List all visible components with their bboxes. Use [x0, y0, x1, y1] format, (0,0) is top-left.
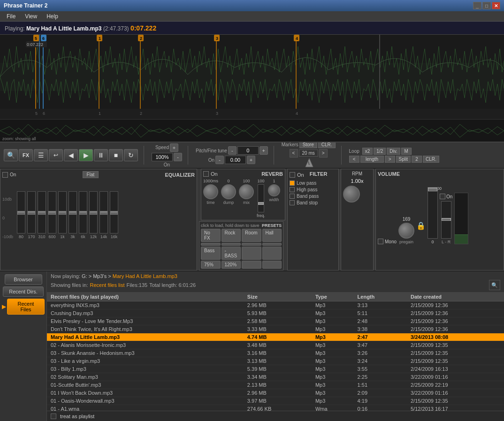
preset-empty7[interactable] [242, 261, 261, 269]
menu-view[interactable]: View [20, 12, 42, 21]
filelist-table-container[interactable]: Recent files (by last played) Size Type … [47, 293, 504, 411]
filter-bandpass-cb[interactable] [290, 194, 295, 199]
filter-highpass[interactable]: High pass [290, 187, 336, 192]
speed-on[interactable]: On [164, 162, 170, 167]
lr-slider[interactable] [441, 201, 451, 239]
loop-x2[interactable]: x2 [362, 148, 373, 155]
preset-hall[interactable]: Hall [262, 229, 282, 242]
eq-slider-600[interactable] [48, 191, 56, 233]
loop-div[interactable]: Div. [387, 148, 400, 155]
col-size[interactable]: Size [244, 293, 312, 301]
menu-file[interactable]: File [2, 12, 20, 21]
reverb-dump-knob[interactable] [221, 184, 236, 199]
pregain-knob[interactable] [398, 223, 414, 239]
pause-button[interactable]: ⏸ [94, 149, 108, 161]
loop-split[interactable]: Split [396, 156, 411, 163]
search-button[interactable]: 🔍 [4, 149, 18, 161]
eq-on-toggle[interactable]: On [2, 172, 16, 178]
table-row[interactable]: 01 I Won't Back Down.mp32.96 MBMp32:093/… [47, 389, 504, 397]
eq-slider-6k[interactable] [79, 191, 87, 233]
reverb-mix-knob[interactable] [239, 184, 254, 199]
col-name[interactable]: Recent files (by last played) [47, 293, 244, 301]
col-length[interactable]: Length [354, 293, 407, 301]
eq-slider-170[interactable] [27, 191, 36, 233]
browser-button[interactable]: Browser [5, 274, 42, 285]
filter-bandstop-cb[interactable] [290, 200, 295, 205]
table-row[interactable]: Mary Had A Little Lamb.mp34.74 MBMp32:47… [47, 333, 504, 341]
eq-slider-1k[interactable] [58, 191, 67, 233]
table-row[interactable]: 02 - Alanis Morissette-Ironic.mp33.48 MB… [47, 341, 504, 349]
eq-slider-16k[interactable] [110, 191, 118, 233]
recent-dirs-button[interactable]: Recent Dirs. [3, 286, 44, 297]
eq-checkbox[interactable] [2, 172, 8, 178]
loop-right[interactable]: > [385, 156, 395, 163]
table-row[interactable]: 01-Scuttle Buttin'.mp32.13 MBMp31:512/25… [47, 381, 504, 389]
eq-slider-80[interactable] [17, 191, 25, 233]
table-row[interactable]: 03 - Skunk Anansie - Hedonism.mp33.16 MB… [47, 349, 504, 357]
pitch-plus[interactable]: - [228, 146, 237, 155]
preset-120[interactable]: 120% [221, 261, 241, 269]
table-row[interactable]: Don't Think Twice, It's All Right.mp33.3… [47, 325, 504, 333]
preset-nofx[interactable]: No FX [201, 229, 221, 242]
volume-slider[interactable] [428, 187, 438, 239]
filter-bandpass[interactable]: Band pass [290, 194, 336, 199]
repeat-button[interactable]: ↻ [124, 149, 138, 161]
loop-half[interactable]: 1/2 [374, 148, 386, 155]
waveform-main[interactable]: // This won't execute in SVG context, bu… [0, 35, 504, 119]
preset-empty6[interactable] [262, 247, 282, 260]
col-date[interactable]: Date created [407, 293, 504, 301]
eq-slider-3k[interactable] [69, 191, 77, 233]
marker-next[interactable]: > [319, 149, 328, 158]
filter-bandstop[interactable]: Band stop [290, 200, 336, 205]
preset-empty8[interactable] [262, 261, 282, 269]
prev-button[interactable]: ◀ [64, 149, 78, 161]
reverb-time-knob[interactable] [203, 184, 218, 199]
col-type[interactable]: Type [312, 293, 354, 301]
preset-75[interactable]: 75% [201, 261, 221, 269]
table-row[interactable]: 02 Solitary Man.mp33.34 MBMp32:253/22/20… [47, 373, 504, 381]
loop-m[interactable]: M [401, 148, 412, 155]
waveform-container[interactable]: // This won't execute in SVG context, bu… [0, 35, 504, 143]
on-checkbox[interactable] [440, 194, 445, 199]
table-row[interactable]: 01 - Oasis-Wonderwall.mp33.97 MBMp34:192… [47, 397, 504, 405]
preset-basscut[interactable]: -BASS [221, 247, 241, 260]
loop-length[interactable]: length [360, 156, 384, 163]
eq-flat-button[interactable]: Flat [83, 171, 99, 178]
table-row[interactable]: 03 - Billy 1.mp35.39 MBMp33:552/24/2009 … [47, 365, 504, 373]
loop-left[interactable]: < [349, 156, 359, 163]
loop-clr[interactable]: CLR. [423, 156, 439, 163]
pitch-value[interactable]: 0 [237, 146, 259, 155]
speed-plus[interactable]: + [170, 143, 178, 152]
table-row[interactable]: Elvis Presley - Love Me Tender.Mp32.58 M… [47, 317, 504, 325]
preset-empty4[interactable] [262, 243, 282, 246]
finetune-minus[interactable]: - [215, 156, 224, 164]
play-button[interactable]: ▶ [79, 149, 93, 161]
reverb-freq-slider[interactable] [258, 184, 264, 212]
finetune-value[interactable]: 0.00 [225, 156, 246, 164]
rpm-knob[interactable] [343, 186, 371, 203]
preset-room[interactable]: Room [242, 229, 261, 242]
playlist-button[interactable]: ☰ [34, 149, 48, 161]
mono-toggle[interactable]: Mono [378, 239, 397, 244]
preset-empty3[interactable] [242, 243, 261, 246]
table-row[interactable]: Crushing Day.mp35.93 MBMp35:112/15/2009 … [47, 309, 504, 317]
waveform-mini[interactable]: zoom: showing all [0, 119, 504, 142]
treat-checkbox[interactable] [51, 413, 56, 419]
eq-slider-14k[interactable] [99, 191, 108, 233]
marker-prev[interactable]: < [290, 149, 298, 158]
speed-value[interactable]: 100% [152, 153, 173, 161]
speed-minus[interactable]: - [174, 153, 182, 161]
loop-num2[interactable]: 2 [412, 156, 422, 163]
table-row[interactable]: 03 - Like a virgin.mp33.13 MBMp33:242/15… [47, 357, 504, 365]
table-row[interactable]: everything INXS.mp32.96 MBMp33:132/15/20… [47, 301, 504, 309]
preset-rock[interactable]: Rock [221, 229, 241, 242]
rpm-knob-dial[interactable] [343, 186, 360, 203]
back-button[interactable]: ↩ [49, 149, 63, 161]
preset-empty1[interactable] [201, 243, 221, 246]
filter-highpass-cb[interactable] [290, 187, 295, 192]
fx-button[interactable]: FX [19, 149, 33, 161]
filter-lowpass-cb[interactable] [290, 180, 295, 186]
filter-lowpass[interactable]: Low pass [290, 180, 336, 186]
preset-empty2[interactable] [221, 243, 241, 246]
minimize-button[interactable]: _ [473, 2, 481, 9]
